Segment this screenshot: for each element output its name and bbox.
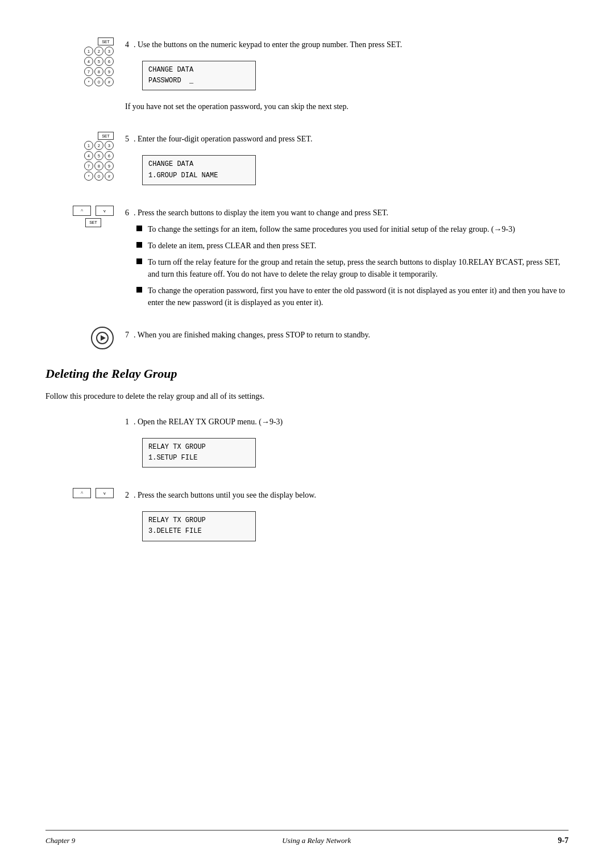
- step-6-text: 6. Press the search buttons to display t…: [125, 207, 569, 219]
- down-arrow-btn-6: v: [96, 206, 114, 216]
- arrow-row-sub2: ^ v: [73, 488, 114, 498]
- step-5-number: 5: [125, 135, 129, 143]
- key-9b: 9: [105, 161, 114, 170]
- step-5-row: SET 1 2 3 4 5 6 7 8 9 * 0 #: [45, 128, 569, 190]
- bullet-2: To delete an item, press CLEAR and then …: [136, 240, 569, 252]
- arrows-icon-sub2: ^ v: [73, 488, 114, 498]
- bullet-text-2: To delete an item, press CLEAR and then …: [148, 240, 316, 252]
- step-4-number: 4: [125, 40, 129, 49]
- key-8: 8: [94, 67, 103, 76]
- key-5: 5: [94, 57, 103, 66]
- stop-inner-circle: [96, 332, 109, 344]
- lcd-display-sub-2: RELAY TX GROUP3.DELETE FILE: [142, 511, 256, 541]
- set-btn-6: SET: [85, 218, 101, 227]
- bullet-square-4: [136, 287, 142, 293]
- step-4-text: 4. Use the buttons on the numeric keypad…: [125, 39, 569, 51]
- key-hashb: #: [105, 172, 114, 181]
- section-intro: Follow this procedure to delete the rela…: [45, 390, 569, 402]
- sub-step-1-icon-col: [45, 411, 125, 412]
- stop-icon: [91, 327, 114, 349]
- key-5b: 5: [94, 151, 103, 160]
- step-7-icon-col: [45, 324, 125, 349]
- key-6: 6: [105, 57, 114, 66]
- step-5-text: 5. Enter the four-digit operation passwo…: [125, 133, 569, 145]
- up-arrow-btn-sub2: ^: [73, 488, 91, 498]
- bullet-text-3: To turn off the relay feature for the gr…: [148, 256, 569, 280]
- key-1: 1: [84, 47, 93, 56]
- lcd-display-5: CHANGE DATA1.GROUP DIAL NAME: [142, 155, 256, 185]
- sub-step-2-text: 2. Press the search buttons until you se…: [125, 489, 569, 501]
- set-label-4: SET: [98, 37, 114, 45]
- bullet-3: To turn off the relay feature for the gr…: [136, 256, 569, 280]
- keypad-icon-5: SET 1 2 3 4 5 6 7 8 9 * 0 #: [84, 132, 114, 181]
- keypad-grid-4: 1 2 3 4 5 6 7 8 9 * 0 #: [84, 47, 114, 86]
- keypad-grid-5: 1 2 3 4 5 6 7 8 9 * 0 #: [84, 141, 114, 181]
- key-0: 0: [94, 77, 103, 86]
- bullet-4: To change the operation password, first …: [136, 285, 569, 308]
- bullet-1: To change the settings for an item, foll…: [136, 223, 569, 235]
- step-6-number: 6: [125, 208, 129, 217]
- key-9: 9: [105, 67, 114, 76]
- down-arrow-btn-sub2: v: [96, 488, 114, 498]
- bullet-text-1: To change the settings for an item, foll…: [148, 223, 515, 235]
- footer-chapter: Chapter 9: [45, 836, 75, 845]
- section-heading: Deleting the Relay Group: [45, 366, 569, 381]
- sub-step-1-text: 1. Open the RELAY TX GROUP menu. (→9-3): [125, 416, 569, 428]
- step-4-after-text: If you have not set the operation passwo…: [125, 101, 569, 112]
- key-6b: 6: [105, 151, 114, 160]
- set-btn-6-wrap: SET: [73, 218, 114, 227]
- step-4-icon-col: SET 1 2 3 4 5 6 7 8 9 * 0 #: [45, 34, 125, 86]
- step-6-row: ^ v SET 6. Press the search buttons to d…: [45, 202, 569, 313]
- sub-step-2-icon-col: ^ v: [45, 485, 125, 498]
- bullet-square-2: [136, 242, 142, 248]
- step-6-text-col: 6. Press the search buttons to display t…: [125, 202, 569, 313]
- key-0b: 0: [94, 172, 103, 181]
- step-4-text-col: 4. Use the buttons on the numeric keypad…: [125, 34, 569, 117]
- page-footer: Chapter 9 Using a Relay Network 9-7: [45, 830, 569, 845]
- step-6-icon-col: ^ v SET: [45, 202, 125, 227]
- bullet-text-4: To change the operation password, first …: [148, 285, 569, 308]
- key-1b: 1: [84, 141, 93, 150]
- stop-triangle: [101, 335, 106, 341]
- step-6-bullets: To change the settings for an item, foll…: [136, 223, 569, 308]
- sub-step-1-number: 1: [125, 418, 129, 426]
- step-7-text: 7. When you are finished making changes,…: [125, 329, 569, 341]
- footer-page-number: 9-7: [558, 836, 569, 845]
- sub-step-2-text-col: 2. Press the search buttons until you se…: [125, 485, 569, 546]
- arrows-set-icon-6: ^ v SET: [73, 206, 114, 227]
- sub-step-1-row: 1. Open the RELAY TX GROUP menu. (→9-3) …: [45, 411, 569, 473]
- step-5-text-col: 5. Enter the four-digit operation passwo…: [125, 128, 569, 190]
- key-starb: *: [84, 172, 93, 181]
- step-7-number: 7: [125, 331, 129, 339]
- sub-step-1-text-col: 1. Open the RELAY TX GROUP menu. (→9-3) …: [125, 411, 569, 473]
- key-7b: 7: [84, 161, 93, 170]
- keypad-icon-4: SET 1 2 3 4 5 6 7 8 9 * 0 #: [84, 37, 114, 86]
- key-2b: 2: [94, 141, 103, 150]
- lcd-display-4: CHANGE DATAPASSWORD _: [142, 61, 256, 90]
- key-4b: 4: [84, 151, 93, 160]
- step-4-row: SET 1 2 3 4 5 6 7 8 9 * 0 #: [45, 34, 569, 117]
- sub-step-2-row: ^ v 2. Press the search buttons until yo…: [45, 485, 569, 546]
- key-8b: 8: [94, 161, 103, 170]
- key-star: *: [84, 77, 93, 86]
- key-2: 2: [94, 47, 103, 56]
- step-7-text-col: 7. When you are finished making changes,…: [125, 324, 569, 345]
- key-4: 4: [84, 57, 93, 66]
- arrow-row-6: ^ v: [73, 206, 114, 216]
- key-hash: #: [105, 77, 114, 86]
- up-arrow-btn-6: ^: [73, 206, 91, 216]
- step-5-icon-col: SET 1 2 3 4 5 6 7 8 9 * 0 #: [45, 128, 125, 181]
- sub-step-2-number: 2: [125, 491, 129, 499]
- key-3: 3: [105, 47, 114, 56]
- footer-section-title: Using a Relay Network: [282, 836, 351, 845]
- step-7-row: 7. When you are finished making changes,…: [45, 324, 569, 349]
- bullet-square-3: [136, 258, 142, 264]
- set-label-5: SET: [98, 132, 114, 140]
- lcd-display-sub-1: RELAY TX GROUP1.SETUP FILE: [142, 438, 256, 468]
- page: SET 1 2 3 4 5 6 7 8 9 * 0 #: [0, 0, 614, 868]
- key-7: 7: [84, 67, 93, 76]
- bullet-square-1: [136, 226, 142, 231]
- key-3b: 3: [105, 141, 114, 150]
